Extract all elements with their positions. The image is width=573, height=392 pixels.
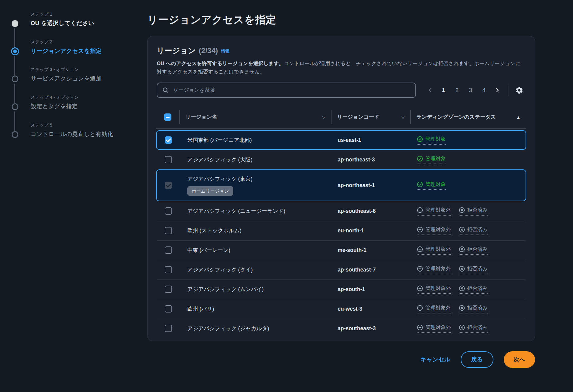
region-name: 欧州 (パリ)	[187, 305, 326, 313]
region-name: アジアパシフィック (タイ)	[187, 266, 326, 274]
status-denied[interactable]: 拒否済み	[459, 265, 488, 274]
table-row[interactable]: アジアパシフィック (タイ)ap-southeast-7管理対象外拒否済み	[156, 260, 526, 279]
back-button[interactable]: 戻る	[461, 351, 493, 368]
status-denied[interactable]: 拒否済み	[459, 246, 488, 255]
status-not_governed[interactable]: 管理対象外	[417, 305, 451, 313]
status-label: 管理対象外	[425, 246, 451, 253]
region-name-cell: 中東 (バーレーン)	[180, 246, 331, 254]
region-name: アジアパシフィック (ジャカルタ)	[187, 325, 326, 332]
step-4-circle-icon	[11, 103, 19, 111]
pagination-page-4[interactable]: 4	[478, 84, 490, 96]
step-state-dot	[12, 76, 18, 82]
step-item-2: ステップ 2リージョンアクセスを指定	[11, 39, 147, 67]
table-row[interactable]: 欧州 (ストックホルム)eu-north-1管理対象外拒否済み	[156, 221, 526, 240]
row-checkbox-cell	[157, 246, 180, 254]
region-name-cell: アジアパシフィック (大阪)	[180, 156, 331, 164]
step-title[interactable]: リージョンアクセスを指定	[31, 47, 147, 55]
region-name-cell: アジアパシフィック (ニュージーランド)	[180, 207, 331, 215]
select-all-checkbox[interactable]	[164, 113, 171, 121]
row-checkbox	[165, 182, 172, 189]
column-header-code[interactable]: リージョンコード▽	[331, 106, 410, 128]
region-code-cell: ap-south-1	[331, 286, 411, 293]
region-code-cell: ap-southeast-6	[331, 208, 411, 214]
status-not_governed[interactable]: 管理対象外	[417, 246, 451, 255]
row-checkbox[interactable]	[165, 266, 172, 273]
step-5-circle-icon	[11, 131, 19, 139]
status-managed[interactable]: 管理対象	[417, 155, 446, 164]
minus-circle-icon	[417, 246, 423, 252]
search-input[interactable]	[173, 87, 410, 93]
step-state-dot	[12, 103, 18, 110]
info-link[interactable]: 情報	[221, 49, 230, 54]
table-row[interactable]: 欧州 (パリ)eu-west-3管理対象外拒否済み	[156, 299, 526, 319]
status-label: 管理対象外	[425, 226, 451, 233]
pagination-next-button[interactable]	[491, 84, 504, 96]
status-label: 管理対象外	[425, 324, 451, 331]
table-row[interactable]: アジアパシフィック (ニュージーランド)ap-southeast-6管理対象外拒…	[156, 201, 526, 221]
status-label: 管理対象外	[425, 285, 451, 292]
step-title: コントロールの見直しと有効化	[31, 131, 147, 138]
status-not_governed[interactable]: 管理対象外	[417, 285, 451, 294]
table-row[interactable]: アジアパシフィック (ジャカルタ)ap-southeast-3管理対象外拒否済み	[156, 319, 526, 338]
table-row[interactable]: 米国東部 (バージニア北部)us-east-1管理対象	[156, 130, 526, 150]
status-managed[interactable]: 管理対象	[417, 181, 446, 190]
settings-gear-button[interactable]	[513, 84, 526, 97]
row-checkbox[interactable]	[165, 305, 172, 312]
status-not_governed[interactable]: 管理対象外	[417, 324, 451, 333]
pagination-page-3[interactable]: 3	[464, 84, 477, 96]
step-state-dot	[11, 47, 19, 55]
cancel-button[interactable]: キャンセル	[421, 356, 450, 364]
status-denied[interactable]: 拒否済み	[459, 207, 488, 216]
table-row[interactable]: 中東 (バーレーン)me-south-1管理対象外拒否済み	[156, 240, 526, 260]
pagination-page-2[interactable]: 2	[451, 84, 463, 96]
row-checkbox[interactable]	[165, 227, 172, 234]
step-1-circle-icon	[11, 20, 19, 28]
home-region-badge: ホームリージョン	[187, 186, 233, 196]
select-all-checkbox-cell[interactable]	[156, 106, 179, 128]
panel-description: OU へのアクセスを許可するリージョンを選択します。コントロールが適用されると、…	[157, 59, 521, 76]
table-row[interactable]: アジアパシフィック (ムンバイ)ap-south-1管理対象外拒否済み	[156, 279, 526, 299]
minus-circle-icon	[417, 227, 423, 233]
step-title[interactable]: OU を選択してください	[31, 20, 147, 27]
table-row[interactable]: アジアパシフィック (大阪)ap-northeast-3管理対象	[156, 150, 526, 169]
row-checkbox[interactable]	[165, 246, 172, 254]
sort-icon[interactable]: ▽	[322, 115, 325, 120]
status-denied[interactable]: 拒否済み	[459, 285, 488, 294]
region-name: アジアパシフィック (ニュージーランド)	[187, 207, 326, 215]
row-checkbox[interactable]	[165, 136, 172, 144]
landing-zone-status-cell: 管理対象	[411, 136, 526, 145]
regions-card-header: リージョン (2/34) 情報 OU へのアクセスを許可するリージョンを選択しま…	[148, 46, 535, 76]
check-circle-icon	[417, 156, 423, 162]
status-not_governed[interactable]: 管理対象外	[417, 226, 451, 235]
status-managed[interactable]: 管理対象	[417, 136, 446, 145]
status-denied[interactable]: 拒否済み	[459, 324, 488, 333]
step-item-4: ステップ 4 - オプション設定とタグを指定	[11, 95, 147, 123]
row-checkbox[interactable]	[165, 325, 172, 332]
table-row[interactable]: アジアパシフィック (東京)ホームリージョンap-northeast-1管理対象	[156, 169, 526, 201]
status-not_governed[interactable]: 管理対象外	[417, 265, 451, 274]
pagination-prev-button[interactable]	[424, 84, 436, 96]
row-checkbox[interactable]	[165, 156, 172, 163]
column-header-inner: リージョンコード▽	[337, 114, 405, 120]
column-header-status[interactable]: ランディングゾーンのステータス▲	[410, 106, 526, 128]
sort-ascending-icon[interactable]: ▲	[516, 115, 521, 120]
search-box[interactable]	[157, 83, 416, 98]
landing-zone-status-cell: 管理対象	[411, 155, 526, 164]
region-name: アジアパシフィック (東京)	[187, 175, 326, 183]
status-denied[interactable]: 拒否済み	[459, 305, 488, 313]
step-number-label: ステップ 3 - オプション	[31, 67, 147, 72]
next-button[interactable]: 次へ	[504, 351, 535, 368]
row-checkbox[interactable]	[165, 286, 172, 293]
row-checkbox[interactable]	[165, 207, 172, 215]
row-checkbox-cell	[157, 207, 180, 215]
step-item-5: ステップ 5コントロールの見直しと有効化	[11, 123, 147, 150]
pagination-page-1[interactable]: 1	[437, 84, 450, 96]
region-name: 欧州 (ストックホルム)	[187, 227, 326, 235]
status-denied[interactable]: 拒否済み	[459, 226, 488, 235]
sort-icon[interactable]: ▽	[401, 115, 405, 120]
column-header-name[interactable]: リージョン名▽	[179, 106, 331, 128]
status-not_governed[interactable]: 管理対象外	[417, 207, 451, 216]
region-name: アジアパシフィック (ムンバイ)	[187, 286, 326, 293]
step-number-label: ステップ 4 - オプション	[31, 95, 147, 100]
check-circle-icon	[417, 136, 423, 142]
